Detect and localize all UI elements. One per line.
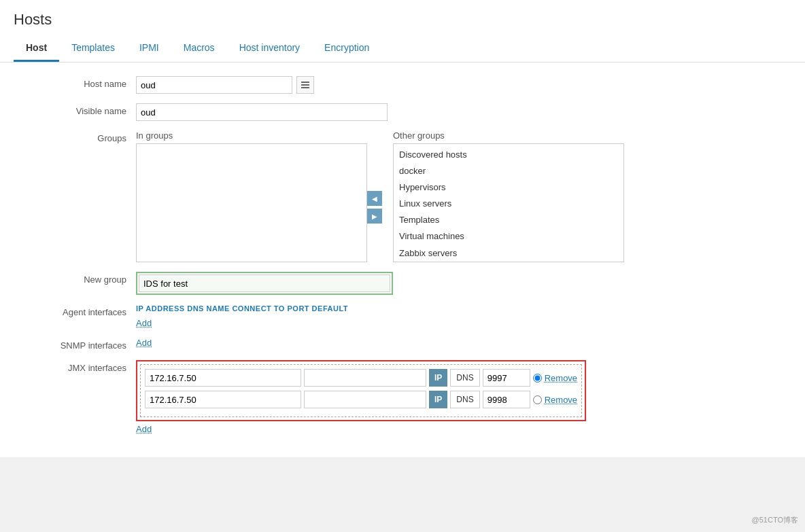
agent-interfaces-header: IP ADDRESS DNS NAME CONNECT TO PORT DEFA… [136,304,348,313]
form-content: Host name Visible name Groups In groups [0,63,805,457]
svg-rect-2 [301,87,309,88]
new-group-field [136,272,785,295]
list-icon [301,80,310,90]
new-group-label: New group [20,272,136,285]
other-groups-label: Other groups [393,130,624,141]
jmx-dns-btn-1[interactable]: DNS [450,369,479,387]
jmx-ip-btn-2[interactable]: IP [429,391,447,408]
jmx-remove-link-1[interactable]: Remove [545,373,577,383]
tab-templates[interactable]: Templates [59,35,127,62]
jmx-ip-input-1[interactable] [145,369,301,387]
jmx-default-radio-2[interactable] [533,395,542,404]
other-group-item[interactable]: docker [396,163,621,179]
groups-row: Groups In groups ◀ ▶ Other groups Discov… [20,130,785,262]
new-group-input[interactable] [139,274,390,292]
jmx-port-input-2[interactable] [483,391,530,408]
visible-name-input[interactable] [136,103,388,121]
new-group-row: New group [20,272,785,295]
page-title: Hosts [14,11,791,29]
jmx-remove-link-2[interactable]: Remove [545,395,577,405]
in-groups-section: In groups ◀ ▶ [136,130,382,262]
jmx-inner: IP DNS Remove IP DNS Remove [140,364,582,417]
other-group-item[interactable]: Zabbix servers [396,245,621,262]
jmx-ip-input-2[interactable] [145,391,301,408]
tab-macros[interactable]: Macros [171,35,227,62]
svg-rect-0 [301,82,309,83]
groups-arrows: ◀ ▶ [367,191,382,224]
groups-field: In groups ◀ ▶ Other groups Discovered ho… [136,130,785,262]
jmx-interfaces-field: IP DNS Remove IP DNS Remove [136,360,785,434]
jmx-port-input-1[interactable] [483,369,530,387]
jmx-dns-input-1[interactable] [304,369,426,387]
other-group-item[interactable]: Discovered hosts [396,147,621,163]
new-group-wrapper [136,272,393,295]
snmp-add-link[interactable]: Add [136,338,152,348]
jmx-add-link[interactable]: Add [136,424,152,434]
host-name-icon-btn[interactable] [296,76,314,94]
jmx-wrapper: IP DNS Remove IP DNS Remove [136,360,586,421]
snmp-interfaces-field: Add [136,338,785,348]
agent-interfaces-label: Agent interfaces [20,304,136,317]
snmp-interfaces-row: SNMP interfaces Add [20,338,785,351]
other-group-item[interactable]: Templates [396,212,621,228]
jmx-default-radio-1[interactable] [533,374,542,383]
other-group-item[interactable]: Linux servers [396,196,621,212]
host-name-input[interactable] [136,76,292,94]
jmx-row-1: IP DNS Remove [145,369,577,387]
arrow-left-btn[interactable]: ◀ [367,191,382,206]
other-group-item[interactable]: Hypervisors [396,179,621,196]
agent-interfaces-row: Agent interfaces IP ADDRESS DNS NAME CON… [20,304,785,328]
jmx-interfaces-label: JMX interfaces [20,360,136,373]
page-header: Hosts Host Templates IPMI Macros Host in… [0,0,805,63]
jmx-interfaces-row: JMX interfaces IP DNS Remove [20,360,785,434]
jmx-dns-input-2[interactable] [304,391,426,408]
host-name-label: Host name [20,76,136,89]
tab-encryption[interactable]: Encryption [312,35,381,62]
visible-name-row: Visible name [20,103,785,121]
host-name-row: Host name [20,76,785,94]
groups-container: ◀ ▶ [136,143,382,262]
arrow-right-btn[interactable]: ▶ [367,209,382,224]
other-group-item[interactable]: Virtual machines [396,228,621,245]
visible-name-label: Visible name [20,103,136,116]
host-name-field [136,76,785,94]
agent-add-link[interactable]: Add [136,318,152,328]
jmx-dns-btn-2[interactable]: DNS [450,391,479,408]
visible-name-field [136,103,785,121]
other-groups-section: Other groups Discovered hosts docker Hyp… [393,130,624,262]
in-groups-box[interactable] [136,143,367,262]
other-groups-box[interactable]: Discovered hosts docker Hypervisors Linu… [393,143,624,262]
snmp-interfaces-label: SNMP interfaces [20,338,136,351]
agent-interfaces-field: IP ADDRESS DNS NAME CONNECT TO PORT DEFA… [136,304,785,328]
jmx-row-2: IP DNS Remove [145,391,577,408]
tab-host-inventory[interactable]: Host inventory [227,35,312,62]
in-groups-label: In groups [136,130,382,141]
tab-host[interactable]: Host [14,35,59,62]
jmx-ip-btn-1[interactable]: IP [429,369,447,387]
tabs-container: Host Templates IPMI Macros Host inventor… [14,35,791,62]
tab-ipmi[interactable]: IPMI [127,35,171,62]
svg-rect-1 [301,84,309,86]
groups-label: Groups [20,130,136,143]
